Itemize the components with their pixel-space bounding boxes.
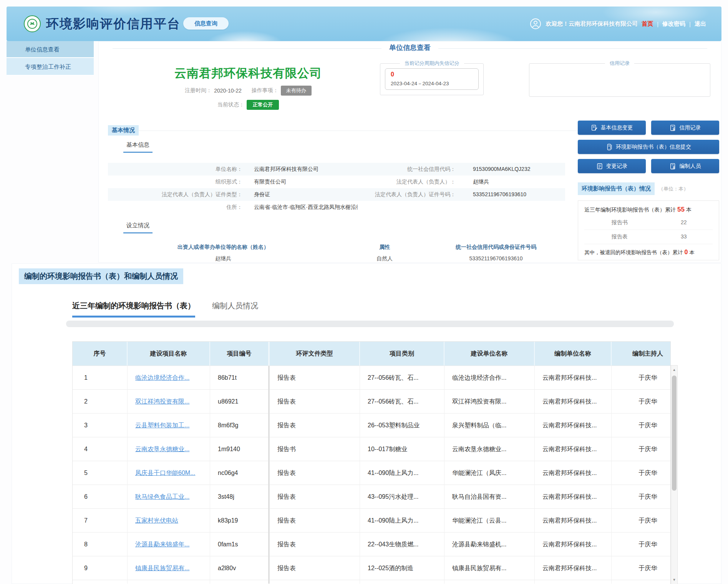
table-row: 8 沧源县勐来锦盛年... 0fam1s 报告表 22--043生物质燃... … (73, 532, 671, 556)
tab-recent-reports[interactable]: 近三年编制的环境影响报告书（表） (72, 301, 195, 318)
sidebar: 单位信息查看 专项整治工作补正 (7, 41, 94, 76)
project-name-link[interactable]: 临沧边境经济合作... (128, 366, 210, 390)
score-period: 2023-04-24－2024-04-23 (391, 80, 473, 87)
construction-unit: 云南农垦永德糖业... (444, 437, 535, 461)
basic-info-section: 基本情况 基本信息 单位名称： 云南君邦环保科技有限公司 统一社会信用代码： 9… (108, 125, 565, 136)
field-value: 赵继兵 (456, 175, 565, 188)
score-fieldset: 当前记分周期内失信记分 0 2023-04-24－2024-04-23 (380, 60, 484, 95)
project-name-link[interactable]: 沧源县勐来锦盛年... (128, 533, 210, 556)
field-label: 住所： (108, 201, 242, 213)
report-submit-button[interactable]: 环境影响报告书（表）信息提交 (578, 140, 719, 154)
staff-label: 编制人员 (680, 163, 701, 170)
project-code: 1m9140 (210, 437, 270, 461)
nav-change-password-link[interactable]: 修改密码 (662, 20, 685, 28)
field-value: 有限责任公司 (242, 175, 358, 188)
row-index: 6 (73, 485, 128, 509)
horizontal-scrollbar[interactable] (66, 321, 674, 327)
report-status-heading: 环境影响报告书（表）情况 (578, 182, 655, 195)
project-category: 43--095污水处理... (360, 485, 444, 509)
tab-setup-info[interactable]: 设立情况 (123, 222, 153, 233)
table-row: 9 镇康县民族贸易有... a2l80v 报告表 12--025酒的制造 镇康县… (73, 556, 671, 580)
app-header: 环境影响评价信用平台 信息查询 欢迎您！云南君邦环保科技有限公司 首页 | 修改… (7, 7, 721, 41)
change-record-label: 变更记录 (606, 163, 628, 170)
register-time-label: 注册时间： (185, 87, 212, 94)
compiling-unit: 云南君邦环保科技... (535, 533, 612, 556)
status-badge: 正常公开 (247, 100, 279, 110)
nav-logout-link[interactable]: 退出 (695, 20, 706, 28)
change-record-button[interactable]: 变更记录 (578, 159, 646, 173)
reports-tabs: 近三年编制的环境影响报告书（表） 编制人员情况 (72, 301, 258, 318)
row-index: 2 (73, 390, 128, 414)
compiling-unit: 云南君邦环保科技... (535, 461, 612, 485)
project-name-link[interactable]: 双江祥鸿投资有限... (128, 390, 210, 414)
project-name-link[interactable]: 耿马绿色食品工业... (128, 485, 210, 509)
basic-info-form: 单位名称： 云南君邦环保科技有限公司 统一社会信用代码： 91530900MA6… (108, 163, 565, 213)
construction-unit: 华能澜沧江（凤庆... (444, 461, 535, 485)
table-row: 7 五家村光伏电站 k83p19 报告表 41--090陆上风力... 华能澜沧… (73, 508, 671, 532)
construction-unit: 双江祥鸿投资有限... (444, 390, 535, 414)
form-row: 法定代表人（负责人）证件类型： 身份证 法定代表人（负责人）证件号码： 5335… (108, 188, 565, 201)
operation-label: 操作事项： (252, 87, 279, 94)
eia-doc-type: 报告表 (270, 509, 360, 533)
eia-doc-type: 报告书 (270, 437, 360, 461)
tab-label: 近三年编制的环境影响报告书（表） (72, 301, 195, 310)
scrollbar-thumb[interactable] (672, 376, 677, 491)
user-avatar-icon (529, 18, 542, 30)
form-row: 住所： 云南省·临沧市·临翔区·西亚北路凤翔水榭沿街一层 (108, 201, 565, 213)
pending-tasks-badge: 未有待办 (281, 86, 312, 96)
form-row: 组织形式： 有限责任公司 法定代表人（负责人）： 赵继兵 (108, 175, 565, 188)
stat-label: 报告表 (584, 233, 655, 240)
brand: 环境影响评价信用平台 (24, 7, 181, 41)
table-row: 1 临沧边境经济合作... 86b71t 报告表 27--056砖瓦、石... … (73, 366, 671, 389)
chief-compiler: 于庆华 (612, 414, 671, 437)
returned-count: 0 (683, 249, 690, 255)
register-time-value: 2020-10-22 (214, 88, 242, 94)
project-name-link[interactable]: 五家村光伏电站 (128, 509, 210, 533)
eia-doc-type: 报告表 (270, 390, 360, 414)
info-query-button[interactable]: 信息查询 (183, 17, 229, 30)
scroll-down-icon[interactable]: ▼ (671, 576, 677, 584)
tab-basic-info[interactable]: 基本信息 (123, 141, 153, 153)
nav-separator: | (689, 21, 691, 27)
project-name-link[interactable]: 云南农垦永德糖业... (128, 437, 210, 461)
project-name-link[interactable]: 凤庆县干口华能60M... (128, 461, 210, 485)
score-legend: 当前记分周期内失信记分 (400, 60, 464, 67)
project-category: 41--090陆上风力... (360, 461, 444, 485)
eia-doc-type: 报告表 (270, 366, 360, 390)
column-header: 项目类别 (360, 342, 444, 366)
eia-doc-type: 报告表 (270, 414, 360, 437)
score-value: 0 (391, 71, 473, 78)
credit-record-label: 信用记录 (680, 124, 701, 131)
company-block: 云南君邦环保科技有限公司 注册时间： 2020-10-22 操作事项： 未有待办… (116, 60, 380, 105)
summary-prefix: 近三年编制环境影响报告书（表）累计 (584, 207, 676, 213)
column-header: 建设单位名称 (444, 342, 535, 366)
project-name-link[interactable]: 云县塑料包装加工... (128, 414, 210, 437)
column-header: 编制单位名称 (535, 342, 612, 366)
setup-column-header: 统一社会信用代码或身份证件号码 (431, 241, 561, 253)
project-code: k83p19 (210, 509, 270, 533)
tab-staff-info[interactable]: 编制人员情况 (212, 301, 258, 318)
nav-home-link[interactable]: 首页 (642, 20, 653, 28)
page-title: 单位信息查看 (381, 43, 438, 52)
stat-row: 报告书 22 (584, 216, 713, 230)
project-category: 27--056砖瓦、石... (360, 390, 444, 414)
chief-compiler: 于庆华 (612, 390, 671, 414)
basic-change-button[interactable]: 基本信息变更 (578, 121, 646, 135)
field-label: 组织形式： (108, 175, 242, 188)
sidebar-item-unit-info[interactable]: 单位信息查看 (7, 41, 94, 58)
staff-button[interactable]: 编制人员 (651, 159, 719, 173)
project-name-link[interactable]: 镇康县民族贸易有... (128, 556, 210, 580)
report-summary-line: 近三年编制环境影响报告书（表）累计55本 (584, 206, 713, 213)
vertical-scrollbar[interactable]: ▲ ▼ (671, 365, 678, 584)
credit-record-button[interactable]: 信用记录 (651, 121, 719, 135)
field-value (456, 201, 565, 213)
row-index: 8 (73, 533, 128, 556)
scroll-up-icon[interactable]: ▲ (671, 366, 677, 374)
compiling-unit: 云南君邦环保科技... (535, 556, 612, 580)
score-box: 0 2023-04-24－2024-04-23 (385, 68, 479, 90)
report-submit-label: 环境影响报告书（表）信息提交 (616, 144, 691, 151)
sidebar-item-rectification[interactable]: 专项整治工作补正 (7, 58, 94, 76)
row-index: 9 (73, 556, 128, 580)
document-list-icon (596, 163, 603, 170)
platform-title: 环境影响评价信用平台 (46, 15, 181, 33)
